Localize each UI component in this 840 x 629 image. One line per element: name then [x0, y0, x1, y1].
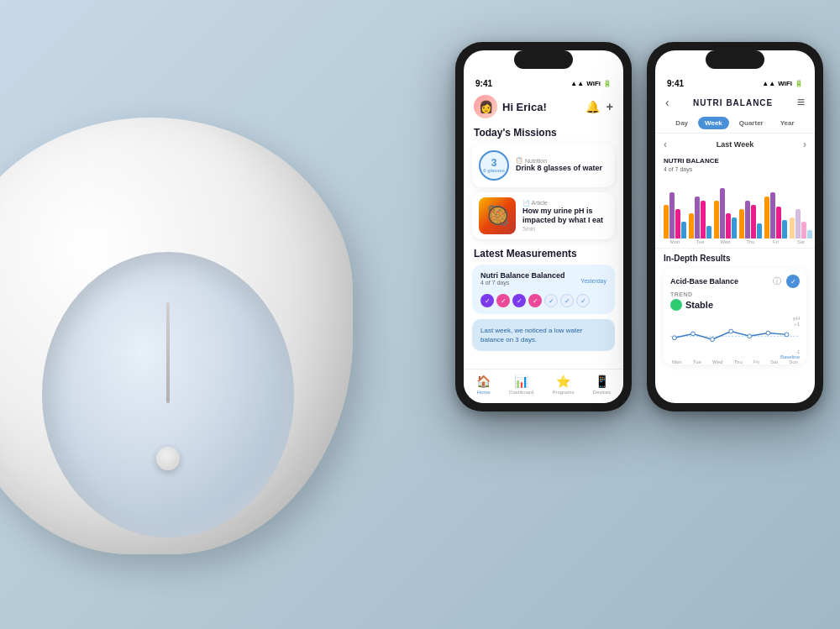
toilet-container — [0, 67, 403, 588]
bar-group-tue: Tue — [689, 197, 711, 244]
nav-dashboard[interactable]: 📊 Dashboard — [509, 375, 533, 395]
bar-group-sat: Sat — [790, 209, 812, 244]
dynamic-island-1 — [514, 50, 573, 69]
period-nav: ‹ Last Week › — [655, 137, 815, 154]
svg-point-2 — [691, 332, 696, 336]
check-dot-2: ✓ — [496, 294, 510, 307]
nav-dashboard-label: Dashboard — [509, 390, 533, 395]
check-dot-1: ✓ — [480, 294, 494, 307]
indepth-title: In-Depth Results — [664, 254, 806, 263]
back-button[interactable]: ‹ — [665, 96, 669, 109]
bar-mon-1 — [664, 205, 669, 238]
mission-content-1: 📋 Nutrition Drink 8 glasses of water — [516, 157, 608, 174]
toilet-divider — [166, 302, 170, 403]
mission-category-1: 📋 Nutrition — [516, 157, 608, 164]
tab-quarter[interactable]: Quarter — [732, 117, 770, 129]
bar-label-thu: Thu — [746, 239, 754, 244]
measurements-card[interactable]: Nutri Balance Balanced 4 of 7 days Yeste… — [472, 265, 615, 314]
check-dot-3: ✓ — [512, 294, 526, 307]
check-dot-4: ✓ — [528, 294, 542, 307]
notification-icon[interactable]: 🔔 — [585, 100, 600, 113]
v-check-mark: ✓ — [786, 275, 800, 288]
phone2-screen: 9:41 ▲▲ WiFi 🔋 ‹ NUTRI BALANCE ≡ Day Wee… — [655, 50, 815, 403]
menu-button[interactable]: ≡ — [797, 95, 805, 110]
period-label: Last Week — [717, 140, 753, 149]
chart-title: NUTRI BALANCE — [664, 157, 806, 165]
programs-icon: ⭐ — [556, 375, 570, 388]
chart-area: Mon Tue — [664, 177, 806, 244]
result-card[interactable]: Acid-Base Balance ⓘ ✓ TREND Stable — [664, 268, 806, 364]
greeting: Hi Erica! — [502, 101, 547, 113]
mini-line-chart: pH +1 — [670, 316, 800, 358]
status-bar-1: 9:41 ▲▲ WiFi 🔋 — [464, 72, 623, 92]
tab-bar: Day Week Quarter Year — [655, 113, 815, 134]
result-header: Acid-Base Balance ⓘ ✓ — [670, 275, 800, 288]
bar-group-fri: Fri — [764, 192, 787, 244]
svg-point-4 — [729, 329, 733, 333]
status-icons-2: ▲▲ WiFi 🔋 — [762, 80, 803, 87]
bar-label-sat: Sat — [797, 239, 805, 244]
toilet-inner — [42, 252, 294, 537]
phones-container: 9:41 ▲▲ WiFi 🔋 👩 Hi Erica! 🔔 + — [455, 42, 823, 411]
stable-dot — [670, 299, 682, 311]
bar-label-fri: Fri — [773, 239, 779, 244]
svg-point-3 — [711, 338, 715, 342]
phone2: 9:41 ▲▲ WiFi 🔋 ‹ NUTRI BALANCE ≡ Day Wee… — [647, 42, 823, 411]
chart-subtitle: 4 of 7 days — [664, 166, 806, 172]
bottom-nav: 🏠 Home 📊 Dashboard ⭐ Programs 📱 Devices — [464, 369, 623, 403]
result-name: Acid-Base Balance — [670, 277, 738, 286]
bar-mon-3 — [675, 209, 680, 238]
article-time: 5min — [522, 226, 608, 232]
toilet-outer — [0, 118, 353, 554]
trend-label: TREND — [670, 291, 800, 297]
dynamic-island-2 — [706, 50, 764, 69]
check-dot-5: ✓ — [544, 294, 558, 307]
phone1-header: 👩 Hi Erica! 🔔 + — [464, 92, 623, 123]
bar-group-thu: Thu — [739, 201, 762, 244]
period-prev[interactable]: ‹ — [664, 139, 667, 150]
article-title: How my urine pH is impacted by what I ea… — [522, 207, 608, 225]
meas-date: Yesterday — [580, 278, 606, 284]
tab-day[interactable]: Day — [669, 117, 695, 129]
measurements-title: Latest Measurements — [464, 244, 623, 265]
mission-number: 3 — [491, 158, 497, 168]
status-icons-1: ▲▲ WiFi 🔋 — [570, 80, 612, 87]
screen-title: NUTRI BALANCE — [693, 98, 773, 107]
period-next[interactable]: › — [803, 139, 806, 150]
article-card[interactable]: 📄 Article How my urine pH is impacted by… — [472, 192, 615, 239]
indepth-section: In-Depth Results Acid-Base Balance ⓘ ✓ T… — [655, 249, 815, 370]
mission-title-1: Drink 8 glasses of water — [516, 164, 608, 174]
tab-year[interactable]: Year — [774, 117, 801, 129]
bar-label-tue: Tue — [696, 239, 704, 244]
nav-home-label: Home — [477, 390, 491, 395]
nav-home[interactable]: 🏠 Home — [476, 375, 491, 395]
header-icons: 🔔 + — [585, 100, 613, 113]
nav-programs[interactable]: ⭐ Programs — [553, 375, 575, 395]
chart-bars: Mon Tue — [664, 188, 815, 244]
stable-badge: Stable — [670, 299, 800, 311]
nav-devices[interactable]: 📱 Devices — [593, 375, 611, 395]
meas-card-title: Nutri Balance Balanced 4 of 7 days — [480, 271, 565, 291]
meas-title: Nutri Balance Balanced — [480, 271, 565, 280]
ph-label: pH — [793, 316, 800, 321]
tab-week[interactable]: Week — [698, 117, 729, 129]
svg-point-5 — [748, 334, 752, 338]
status-bar-2: 9:41 ▲▲ WiFi 🔋 — [655, 72, 815, 92]
article-category: 📄 Article — [522, 200, 608, 207]
stable-text: Stable — [685, 300, 713, 310]
mission-card-1[interactable]: 3 6 glasses 📋 Nutrition Drink 8 glasses … — [472, 144, 615, 187]
bar-group-mon: Mon — [664, 192, 686, 244]
check-dots: ✓ ✓ ✓ ✓ ✓ ✓ ✓ — [480, 294, 606, 307]
toilet-sensor — [156, 447, 180, 470]
info-icon[interactable]: ⓘ — [773, 275, 781, 287]
chart-section: NUTRI BALANCE 4 of 7 days Mon — [655, 154, 815, 249]
svg-point-1 — [672, 336, 676, 340]
time-1: 9:41 — [475, 79, 492, 88]
bar-label-wed: Wed — [720, 239, 730, 244]
line-chart-svg — [670, 322, 800, 351]
add-icon[interactable]: + — [606, 100, 613, 113]
alert-box: Last week, we noticed a low water balanc… — [472, 319, 615, 351]
nav-devices-label: Devices — [593, 390, 611, 395]
check-dot-7: ✓ — [576, 294, 590, 307]
avatar: 👩 — [474, 95, 497, 118]
